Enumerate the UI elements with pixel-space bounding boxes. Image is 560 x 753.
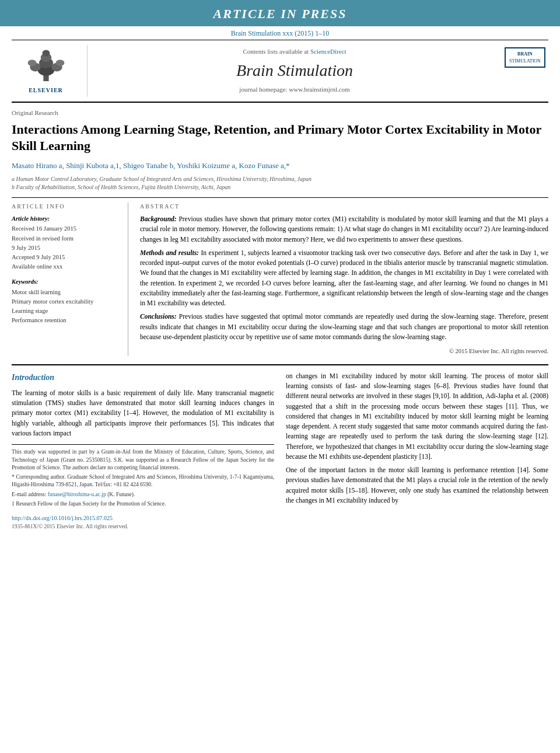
authors-text: Masato Hirano a, Shinji Kubota a,1, Shig…: [12, 161, 290, 170]
issn-footer: 1935-861X/© 2015 Elsevier Inc. All right…: [12, 522, 274, 531]
received-revised-label: Received in revised form: [12, 234, 120, 243]
conclusions-text: Previous studies have suggested that opt…: [140, 313, 548, 340]
intro-right-para-2: One of the important factors in the moto…: [286, 465, 548, 506]
doi-line-text: Brain Stimulation xxx (2015) 1–10: [231, 29, 330, 37]
svg-point-8: [55, 60, 64, 66]
background-text: Previous studies have shown that primary…: [140, 215, 548, 243]
abstract-header: ABSTRACT: [140, 203, 548, 211]
intro-para-1: The learning of motor skills is a basic …: [12, 388, 274, 438]
body-section: Introduction The learning of motor skill…: [12, 364, 548, 531]
article-in-press-banner: ARTICLE IN PRESS: [0, 0, 560, 26]
body-two-col: Introduction The learning of motor skill…: [12, 371, 548, 531]
keyword-4: Performance retention: [12, 316, 120, 325]
brain-stim-box: BRAIN STIMULATION: [505, 47, 545, 68]
conclusions-label: Conclusions:: [140, 313, 177, 320]
footnote-email: E-mail address: funase@hiroshima-u.ac.jp…: [12, 491, 274, 498]
footnote-research-fellow: 1 Research Fellow of the Japan Society f…: [12, 500, 274, 508]
body-left-col: Introduction The learning of motor skill…: [12, 371, 274, 531]
available-online: Available online xxx: [12, 262, 120, 271]
brain-stim-logo: BRAIN STIMULATION: [502, 45, 548, 96]
homepage-label: journal homepage:: [239, 86, 287, 93]
abstract-col: ABSTRACT Background: Previous studies ha…: [140, 203, 548, 356]
bs-brain-text: BRAIN: [509, 51, 541, 58]
received-date: Received 16 January 2015: [12, 224, 120, 233]
info-abstract-section: ARTICLE INFO Article history: Received 1…: [12, 203, 548, 356]
svg-point-7: [27, 60, 36, 66]
contents-text: Contents lists available at: [243, 48, 309, 55]
copyright-line: © 2015 Elsevier Inc. All rights reserved…: [140, 347, 548, 356]
journal-header: ELSEVIER Contents lists available at Sci…: [12, 40, 548, 102]
bs-stim-text: STIMULATION: [509, 58, 541, 65]
affiliation-a: a Human Motor Control Laboratory, Gradua…: [12, 175, 548, 183]
authors-line: Masato Hirano a, Shinji Kubota a,1, Shig…: [12, 161, 548, 172]
footnote-email-address[interactable]: funase@hiroshima-u.ac.jp: [48, 491, 106, 497]
main-content: Original Research Interactions Among Lea…: [12, 103, 548, 537]
keywords-label: Keywords:: [12, 277, 120, 286]
intro-right-para-1: on changes in M1 excitability induced by…: [286, 371, 548, 462]
article-info-header: ARTICLE INFO: [12, 203, 120, 211]
affiliations: a Human Motor Control Laboratory, Gradua…: [12, 175, 548, 191]
article-in-press-text: ARTICLE IN PRESS: [214, 6, 347, 21]
elsevier-logo-area: ELSEVIER: [12, 45, 88, 96]
body-right-col: on changes in M1 excitability induced by…: [286, 371, 548, 531]
intro-body-text-right: on changes in M1 excitability induced by…: [286, 371, 548, 506]
footnotes-area: This study was supported in part by a Gr…: [12, 444, 274, 508]
background-label: Background:: [140, 215, 177, 222]
methods-text: In experiment 1, subjects learned a visu…: [140, 249, 548, 306]
keyword-2: Primary motor cortex excitability: [12, 297, 120, 306]
article-history-label: Article history:: [12, 214, 120, 223]
footnote-study-support: This study was supported in part by a Gr…: [12, 448, 274, 472]
keyword-1: Motor skill learning: [12, 288, 120, 297]
keyword-3: Learning stage: [12, 306, 120, 315]
footnote-email-suffix: (K. Funase).: [107, 491, 135, 497]
doi-line: Brain Stimulation xxx (2015) 1–10: [0, 26, 560, 40]
email-label: E-mail address:: [12, 491, 46, 497]
abstract-background: Background: Previous studies have shown …: [140, 214, 548, 245]
accepted-date: Accepted 9 July 2015: [12, 253, 120, 262]
doi-footer[interactable]: http://dx.doi.org/10.1016/j.brs.2015.07.…: [12, 514, 274, 522]
elsevier-brand-text: ELSEVIER: [23, 86, 69, 95]
homepage-url: www.brainstimjrnl.com: [289, 86, 349, 93]
received-revised-date: 9 July 2015: [12, 243, 120, 252]
article-title: Interactions Among Learning Stage, Reten…: [12, 121, 548, 155]
divider-1: [12, 197, 548, 198]
abstract-methods: Methods and results: In experiment 1, su…: [140, 248, 548, 309]
article-info-col: ARTICLE INFO Article history: Received 1…: [12, 203, 128, 356]
affiliation-b: b Faculty of Rehabilitation, School of H…: [12, 183, 548, 191]
abstract-text: Background: Previous studies have shown …: [140, 214, 548, 356]
sciencedirect-link[interactable]: ScienceDirect: [310, 48, 346, 55]
contents-line: Contents lists available at ScienceDirec…: [99, 47, 490, 57]
article-type: Original Research: [12, 109, 548, 118]
elsevier-logo: ELSEVIER: [23, 47, 69, 95]
footnote-corresponding: * Corresponding author. Graduate School …: [12, 473, 274, 489]
journal-homepage: journal homepage: www.brainstimjrnl.com: [99, 85, 490, 95]
intro-body-text-left: The learning of motor skills is a basic …: [12, 388, 274, 438]
journal-name: Brain Stimulation: [99, 59, 490, 83]
elsevier-tree-icon: [23, 47, 69, 82]
methods-label: Methods and results:: [140, 249, 199, 256]
svg-point-4: [42, 50, 50, 57]
footer-links: http://dx.doi.org/10.1016/j.brs.2015.07.…: [12, 514, 274, 531]
abstract-conclusions: Conclusions: Previous studies have sugge…: [140, 312, 548, 342]
introduction-title: Introduction: [12, 371, 274, 384]
journal-title-area: Contents lists available at ScienceDirec…: [88, 45, 502, 96]
